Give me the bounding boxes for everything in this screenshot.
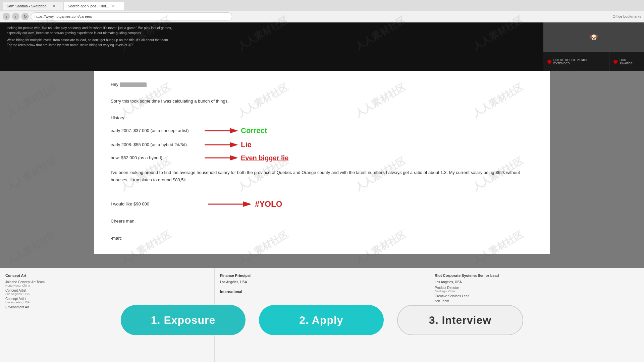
annotation-correct: Correct <box>205 124 267 137</box>
riot-footer-bar: QUEUE DODGE PERIOD EXTENDED OUR AWARDS <box>543 52 644 71</box>
label-correct: Correct <box>241 124 267 137</box>
back-button[interactable]: ‹ <box>3 13 10 20</box>
badge-dot-2 <box>613 60 618 64</box>
label-lie: Lie <box>241 138 252 151</box>
badge-queue-label: QUEUE DODGE PERIOD EXTENDED <box>553 58 605 65</box>
arrow-yolo-icon <box>208 199 252 209</box>
tab-2[interactable]: Search open jobs | Riot... ✕ <box>64 2 124 10</box>
reload-button[interactable]: ↻ <box>21 13 29 20</box>
col3-item-2: Creative Services Lead <box>435 294 638 298</box>
email-card: Hey Sorry this took some time I was calc… <box>94 71 550 254</box>
badge-dot-1 <box>547 60 551 64</box>
riot-header-image: 🐶 QUEUE DODGE PERIOD EXTENDED OUR AWARDS <box>543 22 644 71</box>
riot-header: looking for people who, like us, take pl… <box>0 22 644 71</box>
salary-line-3: now: $62 000 (as a hybrid) Even bigger l… <box>111 152 533 164</box>
email-body-paragraph: I've been looking around to find the ave… <box>111 169 533 184</box>
tab-1-close[interactable]: ✕ <box>52 4 56 8</box>
label-bigger-lie: Even bigger lie <box>241 152 288 164</box>
email-line1: Sorry this took some time I was calculat… <box>111 98 533 105</box>
salary-line-2: early 2008: $55 000 (as a hybrid 2d/3d) … <box>111 138 533 151</box>
arrow-lie-icon <box>205 140 238 150</box>
email-greeting: Hey <box>111 81 533 88</box>
col2-heading2: International <box>220 290 424 294</box>
forward-button[interactable]: › <box>12 13 19 20</box>
salary-text-3: now: $62 000 (as a hybrid) <box>111 154 205 162</box>
url-input[interactable] <box>31 12 232 20</box>
desire-text: I would like $90 000 <box>111 200 205 208</box>
col3-heading: Riot Corporate Systems Senior Lead <box>435 274 638 278</box>
svg-marker-7 <box>243 201 252 207</box>
bottom-buttons: 1. Exposure 2. Apply 3. Interview <box>121 305 523 335</box>
col3-item-3: tion Team <box>435 299 638 303</box>
col2-heading: Finance Principal <box>220 274 424 278</box>
yolo-line: I would like $90 000 #YOLO <box>111 197 533 211</box>
interview-button[interactable]: 3. Interview <box>397 305 523 335</box>
tab-1[interactable]: Sam Santala - Sketchbo... ✕ <box>3 2 63 10</box>
tab-2-label: Search open jobs | Riot... <box>68 4 109 8</box>
salary-section: early 2007: $37 000 (as a concept artist… <box>111 124 533 164</box>
list-item-2: Concept Artist Los Angeles, USA <box>5 289 209 296</box>
exposure-button[interactable]: 1. Exposure <box>121 305 246 335</box>
badge-awards-label: OUR AWARDS <box>620 58 640 65</box>
email-closing: Cheers man, <box>111 218 533 225</box>
arrow-bigger-lie-icon <box>205 153 238 163</box>
tab-2-close[interactable]: ✕ <box>112 4 115 8</box>
doge-image: 🐶 <box>543 22 644 52</box>
list-item-3: Concept Artist Los Angeles, USA <box>5 297 209 304</box>
annotation-lie: Lie <box>205 138 252 151</box>
col1-heading: Concept Art <box>5 274 209 278</box>
salary-text-1: early 2007: $37 000 (as a concept artist… <box>111 127 205 134</box>
tab-bar: Sam Santala - Sketchbo... ✕ Search open … <box>0 0 644 11</box>
col3-item-1: Product Director Santiago, Chile <box>435 286 638 293</box>
col3-location: Los Angeles, USA <box>435 280 638 284</box>
list-item-1: Join the Concept Art Team Hong Kong, Chi… <box>5 280 209 287</box>
bookmark-area: Office bookmarks <box>613 14 641 18</box>
col3-list: Product Director Santiago, Chile Creativ… <box>435 286 638 303</box>
svg-marker-1 <box>230 128 238 133</box>
redacted-name <box>120 82 147 87</box>
address-bar: ‹ › ↻ Office bookmarks <box>0 11 644 22</box>
riot-paragraph-1: looking for people who, like us, take pl… <box>7 25 174 36</box>
tab-1-label: Sam Santala - Sketchbo... <box>7 4 50 8</box>
col2-location: Los Angeles, USA <box>220 280 424 284</box>
email-signature: -marc <box>111 235 533 242</box>
email-body: Hey Sorry this took some time I was calc… <box>111 81 533 242</box>
browser-chrome: Sam Santala - Sketchbo... ✕ Search open … <box>0 0 644 22</box>
salary-text-2: early 2008: $55 000 (as a hybrid 2d/3d) <box>111 141 205 148</box>
office-bookmarks-label: Office bookmarks <box>613 14 641 18</box>
annotation-bigger-lie: Even bigger lie <box>205 152 288 164</box>
svg-marker-5 <box>230 155 238 161</box>
email-history-label: History: <box>111 114 533 122</box>
arrow-correct-icon <box>205 126 238 136</box>
svg-marker-3 <box>230 142 238 147</box>
riot-header-text: looking for people who, like us, take pl… <box>0 22 543 71</box>
label-yolo: #YOLO <box>255 197 282 211</box>
badge-awards: OUR AWARDS <box>609 52 644 71</box>
salary-line-1: early 2007: $37 000 (as a concept artist… <box>111 124 533 137</box>
apply-button[interactable]: 2. Apply <box>259 305 384 335</box>
page-background: looking for people who, like us, take pl… <box>0 22 644 362</box>
badge-queue: QUEUE DODGE PERIOD EXTENDED <box>543 52 609 71</box>
riot-paragraph-2: We're hiring for multiple levels, from a… <box>7 38 174 48</box>
